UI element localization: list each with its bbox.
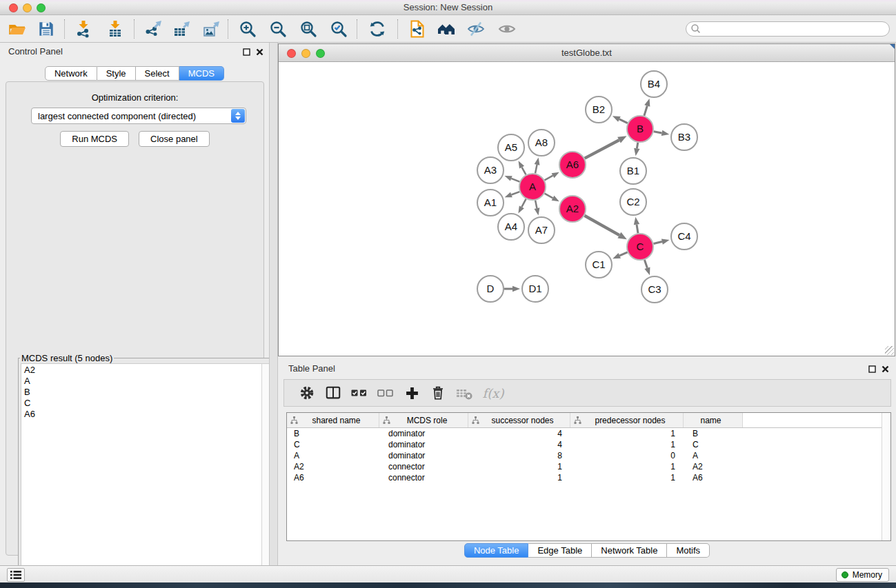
export-table-button[interactable] <box>170 17 193 41</box>
column-header-MCDS-role[interactable]: MCDS role <box>379 413 468 427</box>
mcds-result-item[interactable]: B <box>21 387 270 398</box>
hide-panels-button[interactable] <box>464 17 488 41</box>
table-cell[interactable]: 1 <box>570 472 684 483</box>
table-cell[interactable]: 1 <box>468 472 570 483</box>
graph-edge-A-A1[interactable] <box>511 192 519 194</box>
tab-network-table[interactable]: Network Table <box>592 543 667 558</box>
run-mcds-button[interactable]: Run MCDS <box>60 131 129 147</box>
tab-motifs[interactable]: Motifs <box>667 543 710 558</box>
mcds-result-item[interactable]: C <box>21 398 270 409</box>
table-cell[interactable]: dominator <box>379 439 468 450</box>
save-session-button[interactable] <box>34 17 58 41</box>
table-cell[interactable]: dominator <box>379 428 468 439</box>
graph-edge-A2-C[interactable] <box>584 216 619 235</box>
show-panels-button[interactable] <box>495 17 519 41</box>
table-cell[interactable]: A6 <box>684 472 743 483</box>
table-cell[interactable]: 8 <box>468 450 570 461</box>
table-cell[interactable]: 1 <box>570 461 684 472</box>
table-cell[interactable]: 0 <box>570 450 684 461</box>
column-header-successor-nodes[interactable]: successor nodes <box>468 413 570 427</box>
open-file-button[interactable] <box>6 17 29 41</box>
graph-edge-B-B3[interactable] <box>654 132 662 133</box>
column-header-predecessor-nodes[interactable]: predecessor nodes <box>570 413 684 427</box>
table-cell[interactable]: B <box>684 428 743 439</box>
network-canvas[interactable]: AA1A2A3A4A5A6A7A8BB1B2B3B4CC1C2C3C4DD1 <box>279 62 895 356</box>
export-image-button[interactable] <box>199 17 223 41</box>
tab-network[interactable]: Network <box>45 66 97 81</box>
table-cell[interactable]: 1 <box>468 461 570 472</box>
graph-edge-A-A3[interactable] <box>511 179 519 182</box>
zoom-selected-button[interactable] <box>327 17 350 41</box>
function-builder-button[interactable]: f(x) <box>477 381 509 405</box>
memory-button[interactable]: Memory <box>836 568 889 582</box>
graph-edge-C-C1[interactable] <box>619 252 627 256</box>
float-panel-button[interactable] <box>241 47 251 57</box>
table-cell[interactable]: connector <box>379 461 468 472</box>
table-cell[interactable]: A <box>684 450 743 461</box>
table-cell[interactable]: A2 <box>684 461 743 472</box>
graph-edge-A-A7[interactable] <box>535 201 537 209</box>
graph-edge-A6-B[interactable] <box>585 140 619 158</box>
table-row[interactable]: Adominator80A <box>287 450 890 461</box>
table-cell[interactable]: B <box>287 428 379 439</box>
table-row[interactable]: Bdominator41B <box>287 428 890 439</box>
resize-grip[interactable] <box>885 346 894 355</box>
tab-node-table[interactable]: Node Table <box>464 543 529 558</box>
import-network-button[interactable] <box>72 17 95 41</box>
import-table-button[interactable] <box>103 17 127 41</box>
graph-edge-A-A4[interactable] <box>521 199 526 207</box>
zoom-in-button[interactable] <box>236 17 259 41</box>
graph-edge-A-A6[interactable] <box>545 176 553 181</box>
graph-edge-B-B4[interactable] <box>644 106 647 116</box>
table-cell[interactable]: 1 <box>570 428 684 439</box>
close-panel-button[interactable] <box>255 47 264 57</box>
table-row[interactable]: A2connector11A2 <box>287 461 890 472</box>
table-cell[interactable]: A <box>287 450 379 461</box>
close-panel-button-2[interactable]: Close panel <box>139 131 210 147</box>
table-cell[interactable]: 4 <box>468 428 570 439</box>
tab-edge-table[interactable]: Edge Table <box>528 543 592 558</box>
graph-edge-B-B2[interactable] <box>619 119 628 123</box>
table-cell[interactable]: 4 <box>468 439 570 450</box>
split-columns-button[interactable] <box>320 381 346 405</box>
panel-splitter[interactable] <box>269 43 278 565</box>
graph-edge-A-A8[interactable] <box>535 165 537 174</box>
graph-edge-C-C4[interactable] <box>653 242 661 244</box>
zoom-fit-button[interactable] <box>297 17 320 41</box>
search-input[interactable] <box>686 21 890 37</box>
graph-edge-C-C3[interactable] <box>644 260 647 268</box>
table-cell[interactable]: dominator <box>379 450 468 461</box>
column-header-name[interactable]: name <box>684 413 743 427</box>
optimization-criterion-select[interactable]: largest connected component (directed) <box>31 108 246 124</box>
table-cell[interactable]: A6 <box>287 472 379 483</box>
table-float-button[interactable] <box>867 364 877 374</box>
select-all-button[interactable] <box>346 381 372 405</box>
table-cell[interactable]: C <box>684 439 743 450</box>
new-network-file-button[interactable] <box>406 17 429 41</box>
graph-edge-A-A5[interactable] <box>522 168 526 175</box>
export-network-button[interactable] <box>142 17 166 41</box>
add-column-button[interactable] <box>399 381 425 405</box>
graph-edge-C-C2[interactable] <box>637 225 638 234</box>
home-button[interactable] <box>435 17 458 41</box>
mcds-result-item[interactable]: A2 <box>21 365 270 376</box>
mcds-result-item[interactable]: A6 <box>21 409 270 420</box>
graph-edge-B-B1[interactable] <box>637 143 637 149</box>
column-header-shared-name[interactable]: shared name <box>287 413 379 427</box>
table-cell[interactable]: A2 <box>287 461 379 472</box>
table-close-button[interactable] <box>880 364 890 374</box>
table-row[interactable]: A6connector11A6 <box>287 472 890 483</box>
table-settings-button[interactable] <box>294 381 320 405</box>
table-scrollbar[interactable] <box>882 413 890 540</box>
mcds-result-item[interactable]: A <box>21 376 270 387</box>
table-cell[interactable]: C <box>287 439 379 450</box>
tab-select[interactable]: Select <box>136 66 179 81</box>
zoom-out-button[interactable] <box>266 17 290 41</box>
refresh-button[interactable] <box>366 17 389 41</box>
deselect-all-button[interactable] <box>372 381 399 405</box>
tab-style[interactable]: Style <box>97 66 136 81</box>
tab-mcds[interactable]: MCDS <box>179 66 224 81</box>
table-cell[interactable]: connector <box>379 472 468 483</box>
delete-table-button[interactable] <box>451 381 477 405</box>
table-row[interactable]: Cdominator41C <box>287 439 890 450</box>
